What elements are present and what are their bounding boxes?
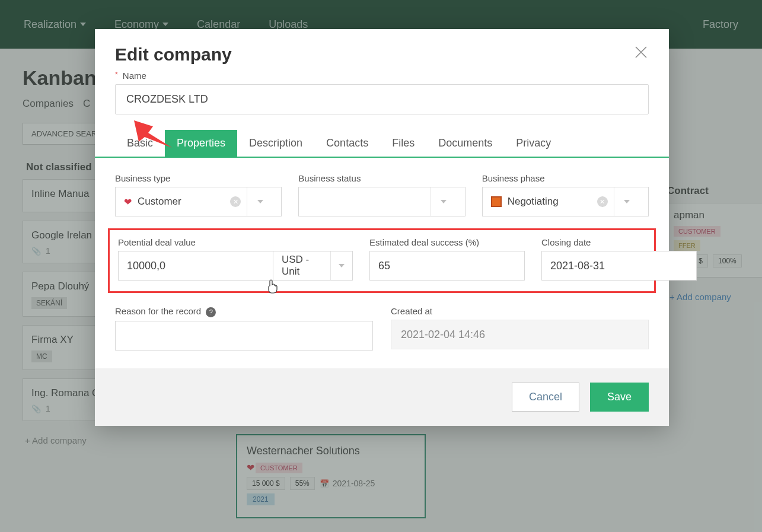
- edit-company-modal: Edit company * Name Basic Properties Des…: [95, 29, 669, 426]
- tab-properties[interactable]: Properties: [165, 130, 237, 157]
- business-phase-select[interactable]: Negotiating ✕: [482, 187, 649, 216]
- reason-input[interactable]: [115, 321, 373, 351]
- tab-files[interactable]: Files: [380, 130, 426, 157]
- chevron-down-icon: [441, 200, 447, 203]
- reason-label: Reason for the record ?: [115, 306, 373, 317]
- phase-color-swatch: [491, 196, 502, 207]
- company-name-input[interactable]: [115, 84, 649, 114]
- required-star-icon: *: [115, 71, 118, 79]
- cancel-button[interactable]: Cancel: [512, 383, 579, 412]
- highlighted-deal-section: Potential deal value USD - Unit Estimate…: [108, 228, 656, 293]
- select-value: Customer: [138, 196, 224, 208]
- save-button[interactable]: Save: [590, 383, 649, 412]
- modal-tabs: Basic Properties Description Contacts Fi…: [95, 114, 669, 158]
- business-type-label: Business type: [115, 173, 282, 183]
- select-value: Negotiating: [508, 196, 591, 208]
- business-phase-label: Business phase: [482, 173, 649, 183]
- deal-success-input[interactable]: [369, 251, 525, 281]
- heart-icon: [124, 196, 132, 208]
- modal-footer: Cancel Save: [95, 368, 669, 426]
- closing-date-label: Closing date: [541, 237, 697, 247]
- tab-basic[interactable]: Basic: [115, 130, 165, 157]
- clear-icon[interactable]: ✕: [230, 196, 241, 207]
- name-label: * Name: [115, 71, 649, 81]
- deal-success-label: Estimated deal success (%): [369, 237, 525, 247]
- closing-date-input[interactable]: [541, 251, 697, 281]
- tab-privacy[interactable]: Privacy: [504, 130, 563, 157]
- help-icon[interactable]: ?: [206, 307, 216, 317]
- deal-value-input[interactable]: [118, 251, 273, 281]
- chevron-down-icon: [339, 264, 345, 267]
- business-type-select[interactable]: Customer ✕: [115, 187, 282, 216]
- business-status-label: Business status: [298, 173, 465, 183]
- tab-contacts[interactable]: Contacts: [314, 130, 380, 157]
- deal-value-label: Potential deal value: [118, 237, 353, 247]
- tab-description[interactable]: Description: [237, 130, 314, 157]
- modal-title: Edit company: [115, 44, 232, 65]
- created-at-label: Created at: [391, 306, 649, 316]
- chevron-down-icon: [257, 200, 263, 203]
- business-status-select[interactable]: [298, 187, 465, 216]
- clear-icon[interactable]: ✕: [597, 196, 608, 207]
- select-value: USD - Unit: [282, 254, 326, 278]
- chevron-down-icon: [624, 200, 630, 203]
- created-at-value: 2021-02-04 14:46: [391, 320, 649, 349]
- tab-documents[interactable]: Documents: [426, 130, 504, 157]
- deal-currency-select[interactable]: USD - Unit: [273, 251, 353, 281]
- close-icon[interactable]: [633, 44, 649, 62]
